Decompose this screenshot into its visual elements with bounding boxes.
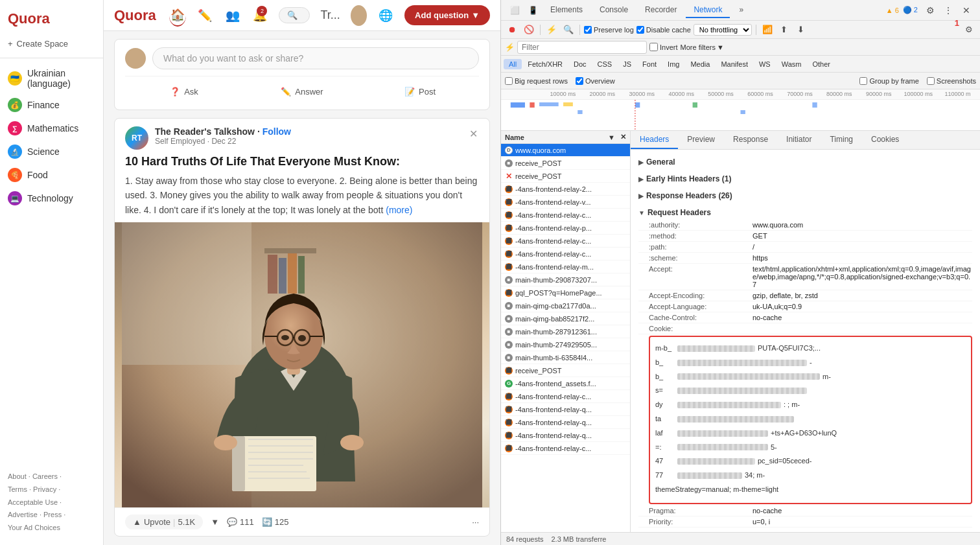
devtools-tab-elements[interactable]: Elements (542, 3, 590, 18)
requests-sort-icon[interactable]: ▼ (608, 133, 615, 141)
detail-tab-cookies[interactable]: Cookies (862, 131, 908, 149)
big-rows-label[interactable]: Big request rows (505, 77, 568, 85)
disable-cache-checkbox[interactable] (636, 26, 644, 34)
devtools-record-icon[interactable]: ⏺ (505, 23, 519, 37)
type-js[interactable]: JS (618, 59, 636, 69)
throttle-select[interactable]: No throttling (694, 24, 752, 36)
avatar-nav[interactable] (351, 5, 367, 26)
devtools-settings-network-icon[interactable]: ⚙ (962, 23, 976, 37)
disable-cache-label[interactable]: Disable cache (636, 26, 691, 34)
create-space-button[interactable]: + Create Space (0, 35, 103, 52)
request-row[interactable]: ⬛-4ans-frontend-relay-q... (501, 403, 630, 416)
downvote-button[interactable]: ▼ (211, 517, 219, 527)
general-section-header[interactable]: ▶ General (638, 155, 972, 169)
request-row[interactable]: ⬛gql_POST?q=HomePage... (501, 286, 630, 299)
type-other[interactable]: Other (807, 59, 835, 69)
devtools-device-icon[interactable]: 📱 (524, 2, 541, 19)
sidebar-item-finance[interactable]: 💰 Finance (0, 93, 103, 117)
preserve-log-label[interactable]: Preserve log (584, 26, 634, 34)
devtools-wifi-icon[interactable]: 📶 (760, 23, 775, 37)
request-row[interactable]: ⬛-4ans-frontend-relay-c... (501, 235, 630, 248)
devtools-tab-recorder[interactable]: Recorder (637, 3, 684, 18)
devtools-close-icon[interactable]: ✕ (958, 2, 975, 19)
request-row[interactable]: ⬛-4ans-frontend-relay-c... (501, 248, 630, 261)
devtools-download-icon[interactable]: ⬇ (794, 23, 808, 37)
request-headers-section-header[interactable]: ▼ Request Headers (638, 205, 972, 220)
type-fetchxhr[interactable]: Fetch/XHR (522, 59, 568, 69)
devtools-settings-icon[interactable]: ⚙ (922, 2, 939, 19)
post-button[interactable]: 📝 Post (361, 82, 479, 102)
type-manifest[interactable]: Manifest (716, 59, 753, 69)
request-row[interactable]: ■main-thumb-287912361... (501, 325, 630, 338)
devtools-search-icon[interactable]: 🔍 (561, 23, 576, 37)
request-row[interactable]: ✕receive_POST (501, 170, 630, 183)
invert-checkbox[interactable] (649, 43, 658, 51)
request-row[interactable]: ⬛-4ans-frontend-relay-v... (501, 196, 630, 209)
request-row[interactable]: ■receive_POST (501, 157, 630, 170)
sidebar-item-food[interactable]: 🍕 Food (0, 163, 103, 187)
request-row[interactable]: ⬛-4ans-frontend-relay-2... (501, 183, 630, 196)
request-row[interactable]: Dwww.quora.com (501, 144, 630, 157)
overview-label[interactable]: Overview (576, 77, 615, 85)
sidebar-item-technology[interactable]: 💻 Technology (0, 187, 103, 210)
screenshots-checkbox[interactable] (927, 77, 935, 85)
filter-input[interactable] (517, 41, 647, 54)
ask-input[interactable]: What do you want to ask or share? (152, 47, 479, 69)
add-question-button[interactable]: Add question ▼ (404, 5, 490, 25)
detail-tab-timing[interactable]: Timing (821, 131, 862, 149)
sidebar-item-mathematics[interactable]: ∑ Mathematics (0, 117, 103, 140)
request-row[interactable]: ■main-thumb-290873207... (501, 273, 630, 286)
request-row[interactable]: ⬛-4ans-frontend-relay-q... (501, 416, 630, 429)
request-row[interactable]: ■main-qimg-cba2177d0a... (501, 299, 630, 312)
request-row[interactable]: ⬛-4ans-frontend-relay-c... (501, 209, 630, 222)
search-box[interactable]: 🔍 (279, 7, 310, 23)
request-row[interactable]: ⬛-4ans-frontend-relay-m... (501, 261, 630, 273)
request-row[interactable]: ⬛-4ans-frontend-relay-q... (501, 429, 630, 442)
invert-checkbox-label[interactable]: Invert (649, 43, 678, 51)
type-css[interactable]: CSS (592, 59, 618, 69)
type-font[interactable]: Font (637, 59, 662, 69)
type-img[interactable]: Img (662, 59, 684, 69)
requests-close-icon[interactable]: ✕ (620, 133, 626, 141)
follow-link[interactable]: Follow (262, 126, 291, 137)
type-all[interactable]: All (504, 59, 522, 69)
request-row[interactable]: ⬛-4ans-frontend-relay-c... (501, 390, 630, 403)
big-rows-checkbox[interactable] (505, 77, 513, 85)
screenshots-label[interactable]: Screenshots (927, 77, 976, 85)
detail-tab-initiator[interactable]: Initiator (777, 131, 821, 149)
devtools-upload-icon[interactable]: ⬆ (777, 23, 791, 37)
response-headers-section-header[interactable]: ▶ Response Headers (26) (638, 189, 972, 203)
request-row[interactable]: G-4ans-frontend_assets.f... (501, 377, 630, 390)
type-ws[interactable]: WS (754, 59, 776, 69)
devtools-clear-icon[interactable]: 🚫 (522, 23, 536, 37)
more-options-button[interactable]: ··· (472, 517, 479, 527)
create-nav-button[interactable]: ✏️ (196, 5, 213, 27)
devtools-tab-more[interactable]: » (731, 3, 751, 18)
sidebar-item-ukrainian[interactable]: 🇺🇦 Ukrainian (language) (0, 64, 103, 93)
notifications-nav-button[interactable]: 🔔 2 (251, 5, 268, 27)
devtools-tab-console[interactable]: Console (592, 3, 636, 18)
upvote-button[interactable]: ▲ Upvote | 5.1K (125, 515, 203, 529)
overview-checkbox[interactable] (576, 77, 583, 85)
comment-button[interactable]: 💬 111 (227, 517, 254, 527)
request-row[interactable]: ■main-thumb-ti-63584l4... (501, 351, 630, 364)
early-hints-section-header[interactable]: ▶ Early Hints Headers (1) (638, 172, 972, 186)
detail-tab-headers[interactable]: Headers (631, 131, 678, 149)
devtools-inspect-icon[interactable]: ⬜ (506, 2, 523, 19)
read-more-link[interactable]: (more) (386, 205, 412, 215)
request-row[interactable]: ⬛-4ans-frontend-relay-c... (501, 442, 630, 455)
devtools-tab-network[interactable]: Network (686, 3, 730, 18)
detail-tab-preview[interactable]: Preview (678, 131, 724, 149)
type-media[interactable]: Media (685, 59, 715, 69)
devtools-more-icon[interactable]: ⋮ (940, 2, 957, 19)
home-nav-button[interactable]: 🏠 (169, 5, 186, 27)
request-row[interactable]: ⬛-4ans-frontend-relay-p... (501, 222, 630, 235)
profile-truncated[interactable]: Tr... (320, 5, 340, 27)
group-by-frame-checkbox[interactable] (859, 77, 867, 85)
people-nav-button[interactable]: 👥 (224, 5, 241, 27)
post-close-button[interactable]: ✕ (468, 126, 479, 141)
type-doc[interactable]: Doc (568, 59, 592, 69)
sidebar-item-science[interactable]: 🔬 Science (0, 140, 103, 163)
request-row[interactable]: ■main-qimg-bab85217f2... (501, 312, 630, 325)
detail-tab-response[interactable]: Response (724, 131, 777, 149)
